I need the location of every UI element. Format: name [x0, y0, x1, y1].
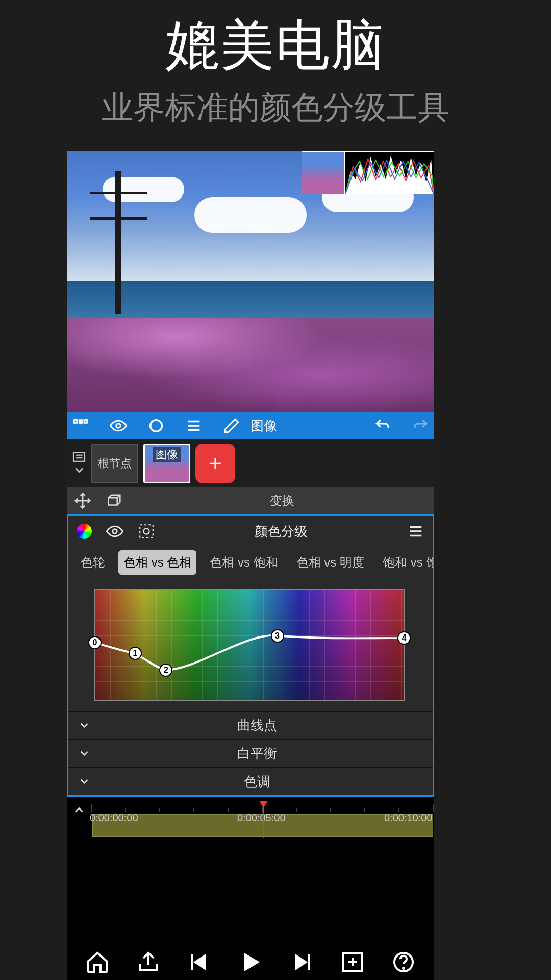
- tab-hue-vs-hue[interactable]: 色相 vs 色相: [118, 550, 196, 575]
- svg-rect-37: [308, 954, 310, 970]
- move-icon: [74, 492, 91, 509]
- play-button[interactable]: [238, 950, 263, 974]
- color-wheel-icon[interactable]: [77, 524, 92, 539]
- transform-row[interactable]: 变换: [67, 487, 434, 514]
- panel-menu-icon[interactable]: [407, 523, 424, 540]
- tab-sat-vs-sat[interactable]: 饱和 vs 饱和: [378, 550, 433, 575]
- svg-marker-36: [295, 954, 308, 970]
- svg-rect-34: [191, 954, 193, 970]
- curve-point-3[interactable]: 3: [271, 629, 284, 643]
- tab-hue-vs-sat[interactable]: 色相 vs 饱和: [205, 550, 283, 575]
- promo-title: 媲美电脑: [0, 9, 551, 82]
- curve-tabs: 色轮 色相 vs 色相 色相 vs 饱和 色相 vs 明度 饱和 vs 饱和: [68, 547, 433, 578]
- accordion-tone[interactable]: 色调: [68, 767, 433, 795]
- scope-histogram[interactable]: [345, 151, 434, 194]
- time-mark-2: 0:00:10:00: [384, 812, 433, 824]
- svg-point-16: [113, 529, 117, 534]
- library-button[interactable]: [340, 950, 365, 974]
- node-root[interactable]: 根节点: [91, 444, 138, 483]
- promo-subtitle: 业界标准的颜色分级工具: [0, 86, 551, 129]
- timeline[interactable]: 0:00:00:00 0:00:05:00 0:00:10:00: [91, 800, 434, 840]
- node-list-toggle[interactable]: [72, 451, 86, 476]
- curve-point-1[interactable]: 1: [129, 647, 142, 660]
- color-grading-panel: 颜色分级 色轮 色相 vs 色相 色相 vs 饱和 色相 vs 明度 饱和 vs…: [67, 514, 434, 797]
- svg-marker-33: [193, 954, 206, 970]
- breadcrumb: 图像: [251, 417, 277, 435]
- add-node-button[interactable]: +: [195, 444, 235, 483]
- svg-point-6: [116, 424, 121, 428]
- share-button[interactable]: [136, 950, 161, 974]
- promo-header: 媲美电脑 业界标准的颜色分级工具: [0, 0, 551, 134]
- playhead[interactable]: [263, 802, 264, 838]
- svg-point-18: [143, 528, 149, 534]
- next-button[interactable]: [289, 950, 314, 974]
- time-mark-0: 0:00:00:00: [90, 812, 138, 824]
- transform-label: 变换: [137, 493, 427, 509]
- bottom-bar: [67, 944, 434, 980]
- tab-hue-vs-lum[interactable]: 色相 vs 明度: [291, 550, 369, 575]
- node-strip: 根节点 图像 +: [67, 439, 434, 487]
- accordion-curve-points[interactable]: 曲线点: [68, 711, 433, 739]
- toolbar: 图像: [67, 412, 434, 439]
- svg-marker-35: [244, 953, 260, 971]
- svg-point-42: [403, 968, 404, 969]
- curve-point-4[interactable]: 4: [397, 631, 411, 645]
- tab-color-wheel[interactable]: 色轮: [76, 550, 110, 575]
- curve-point-0[interactable]: 0: [88, 636, 102, 649]
- edit-icon[interactable]: [223, 417, 240, 434]
- mask-icon[interactable]: [138, 523, 155, 540]
- menu-icon[interactable]: [185, 417, 203, 434]
- panel-title: 颜色分级: [169, 523, 393, 541]
- scope-thumbnail[interactable]: [302, 151, 345, 194]
- circle-icon[interactable]: [147, 417, 165, 434]
- svg-rect-17: [140, 525, 153, 538]
- svg-rect-11: [73, 452, 85, 461]
- home-button[interactable]: [85, 950, 110, 974]
- curve-point-2[interactable]: 2: [159, 664, 172, 677]
- hue-curve-editor[interactable]: 0 1 2 3 4: [94, 589, 405, 701]
- eye-icon[interactable]: [106, 523, 123, 540]
- app-frame: 图像 根节点 图像 + 变换 颜色分级 色轮 色相 vs 色相 色相 vs 饱和: [67, 151, 434, 980]
- time-mark-1: 0:00:05:00: [237, 812, 286, 824]
- svg-rect-2: [84, 420, 87, 423]
- video-preview[interactable]: [67, 151, 434, 412]
- redo-icon[interactable]: [412, 417, 429, 434]
- layers-icon[interactable]: [72, 417, 89, 434]
- svg-rect-0: [74, 420, 77, 423]
- prev-button[interactable]: [187, 950, 212, 974]
- timeline-area: 0:00:00:00 0:00:05:00 0:00:10:00: [67, 797, 434, 841]
- node-image[interactable]: 图像: [143, 444, 190, 483]
- eye-icon[interactable]: [110, 417, 127, 434]
- timeline-collapse[interactable]: [67, 800, 91, 820]
- svg-point-7: [151, 420, 162, 432]
- cube-icon: [106, 492, 123, 509]
- accordion-white-balance[interactable]: 白平衡: [68, 739, 433, 767]
- undo-icon[interactable]: [374, 417, 391, 434]
- help-button[interactable]: [391, 950, 416, 974]
